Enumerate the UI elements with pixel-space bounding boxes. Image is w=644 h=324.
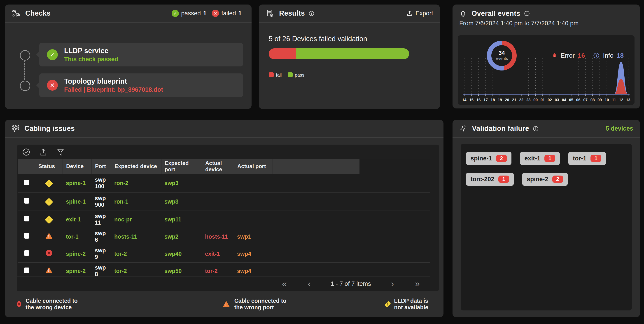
next-page-button[interactable]: ›	[380, 279, 405, 289]
device-chip[interactable]: tor-1 1	[568, 152, 606, 165]
validation-info-icon[interactable]	[533, 126, 539, 132]
validation-title: Validation failure	[472, 125, 529, 133]
checks-title: Checks	[25, 9, 50, 18]
row-checkbox[interactable]	[24, 250, 29, 256]
header-actual-device[interactable]: Actual device	[202, 159, 234, 174]
cell-actual-port	[234, 211, 273, 228]
svg-text:23: 23	[526, 98, 531, 102]
cabling-header: Cabling issues	[5, 120, 444, 138]
svg-text:11: 11	[612, 98, 616, 102]
svg-text:07: 07	[583, 98, 588, 102]
cabling-table-panel: Status Device Port Expected device Expec…	[17, 145, 439, 291]
checks-summary: ✓ passed 1 ✕ failed 1	[172, 10, 245, 17]
svg-text:05: 05	[569, 98, 573, 102]
table-row: spine-2 swp8 tor-2 swp50 tor-2 swp4	[18, 262, 430, 276]
results-headline: 5 of 26 Devices failed validation	[269, 35, 430, 43]
events-total-label: Events	[496, 56, 508, 61]
last-page-button[interactable]: »	[405, 279, 430, 289]
status-warning-icon	[45, 216, 53, 224]
device-chip-count: 1	[590, 155, 601, 162]
cell-expected-device: hosts-11	[111, 228, 161, 245]
failed-count: 1	[238, 10, 242, 17]
results-body: 5 of 26 Devices failed validation fail p…	[259, 23, 440, 78]
validation-header: Validation failure 5 devices	[452, 120, 640, 138]
filter-icon[interactable]	[56, 148, 65, 156]
cell-expected-device: tor-2	[111, 245, 161, 262]
cell-port: swp11	[92, 211, 111, 228]
checks-card: Checks ✓ passed 1 ✕ failed 1 ✓ LLDP serv…	[5, 5, 252, 109]
events-chart-panel: 34 Events Error 16 Info 18 1415161718192…	[458, 35, 634, 105]
timeline-connector	[24, 61, 25, 80]
device-chip[interactable]: spine-2 2	[522, 173, 568, 186]
row-checkbox[interactable]	[24, 216, 29, 221]
device-chip[interactable]: exit-1 1	[520, 152, 560, 165]
results-legend: fail pass	[269, 72, 430, 78]
device-chip[interactable]: spine-1 2	[466, 152, 512, 165]
results-header: Results Export	[259, 5, 440, 23]
export-table-icon[interactable]	[39, 148, 48, 156]
cell-actual-port	[234, 192, 273, 211]
cell-expected-device: tor-2	[111, 262, 161, 276]
svg-text:21: 21	[512, 98, 516, 102]
legend-label: Cable connected to the wrong device	[26, 297, 87, 311]
device-chip-name: torc-202	[470, 176, 494, 183]
progress-fail-segment	[269, 48, 296, 59]
svg-text:22: 22	[519, 98, 524, 102]
cell-actual-device: hosts-11	[202, 228, 234, 245]
fail-label: fail	[276, 73, 282, 78]
events-timeline-chart: 1415161718192021222300010203040506070809…	[461, 57, 632, 104]
device-chip[interactable]: torc-202 1	[466, 173, 514, 186]
svg-text:15: 15	[469, 98, 474, 102]
header-expected-port[interactable]: Expected port	[161, 159, 202, 174]
svg-text:13: 13	[626, 98, 630, 102]
svg-text:19: 19	[498, 98, 502, 102]
cell-port: swp9	[92, 245, 111, 262]
svg-text:18: 18	[491, 98, 495, 102]
header-actual-port[interactable]: Actual port	[234, 159, 273, 174]
check-item-lldp[interactable]: ✓ LLDP service This check passed	[39, 43, 243, 67]
results-report-icon	[266, 9, 274, 18]
cell-expected-port: swp50	[161, 262, 202, 276]
header-filler	[273, 159, 360, 174]
first-page-button[interactable]: «	[272, 279, 297, 289]
header-port[interactable]: Port	[92, 159, 111, 174]
select-all-icon[interactable]	[22, 148, 30, 156]
cell-actual-port	[234, 174, 273, 192]
cell-expected-port: swp3	[161, 174, 202, 192]
status-error-icon	[46, 250, 52, 256]
check-detail: Failed | Blueprint: bp_3967018.dot	[64, 86, 163, 93]
device-chip-count: 2	[496, 155, 507, 162]
cell-actual-device: tor-2	[202, 262, 234, 276]
events-info-icon[interactable]	[524, 11, 530, 17]
svg-text:06: 06	[576, 98, 580, 102]
progress-pass-segment	[296, 48, 409, 59]
row-checkbox[interactable]	[24, 233, 29, 239]
pass-label: pass	[295, 73, 304, 78]
table-row: exit-1 swp11 noc-pr swp11	[18, 211, 430, 228]
cell-device: spine-1	[63, 174, 92, 192]
row-checkbox[interactable]	[24, 198, 29, 204]
previous-page-button[interactable]: ‹	[297, 279, 322, 289]
header-status[interactable]: Status	[35, 159, 63, 174]
legend-label: Cable connected to the wrong port	[234, 297, 289, 311]
cell-device: spine-2	[63, 262, 92, 276]
device-chip-count: 1	[498, 176, 509, 183]
svg-text:02: 02	[548, 98, 552, 102]
header-device[interactable]: Device	[63, 159, 92, 174]
check-item-topology[interactable]: ✕ Topology blueprint Failed | Blueprint:…	[39, 73, 243, 97]
cell-actual-device: exit-1	[202, 245, 234, 262]
row-checkbox[interactable]	[24, 267, 29, 273]
check-passed-icon: ✓	[47, 49, 58, 60]
header-expected-device[interactable]: Expected device	[111, 159, 161, 174]
status-warning-icon	[45, 179, 53, 188]
timeline-node-1	[20, 50, 30, 61]
svg-text:17: 17	[484, 98, 488, 102]
cell-actual-port: swp4	[234, 245, 273, 262]
row-checkbox[interactable]	[24, 180, 29, 185]
results-info-icon[interactable]	[308, 11, 314, 17]
cell-expected-device: noc-pr	[111, 211, 161, 228]
export-button[interactable]: Export	[406, 10, 433, 17]
header-checkbox-col	[18, 159, 35, 174]
passed-count: 1	[203, 10, 206, 17]
device-chip-name: spine-1	[470, 155, 492, 162]
